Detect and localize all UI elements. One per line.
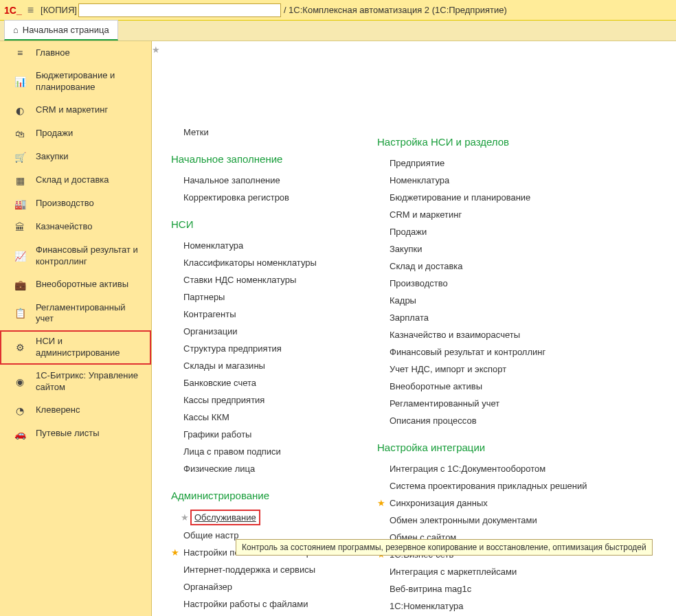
section-settings-nsi: Настройка НСИ и разделов [377, 136, 638, 148]
nav-label: Путевые листы [36, 428, 100, 440]
link-item[interactable]: CRM и маркетинг [377, 206, 638, 223]
nav-icon: 🛍 [14, 128, 26, 139]
database-title-input[interactable] [78, 3, 281, 17]
star-icon: ★ [377, 498, 385, 508]
link-item[interactable]: Казначейство и взаиморасчеты [377, 326, 638, 343]
nav-icon: ◔ [14, 405, 26, 416]
link-item[interactable]: Описания процессов [377, 412, 638, 429]
link-item[interactable]: Кадры [377, 292, 638, 309]
link-item[interactable]: 1С:Номенклатура [377, 597, 638, 615]
link-item[interactable]: Интеграция с маркетплейсами [377, 563, 638, 580]
link-item[interactable]: Предприятие [377, 155, 638, 172]
nav-icon: 🏛 [14, 222, 26, 233]
link-item[interactable]: Организации [171, 323, 350, 340]
link-item[interactable]: Склады и магазины [171, 357, 350, 374]
hover-tooltip: Контроль за состоянием программы, резерв… [236, 539, 653, 556]
nav-label: Бюджетирование и планирование [36, 70, 144, 93]
link-item[interactable]: Внеоборотные активы [377, 378, 638, 395]
column-left: Метки Начальное заполнение Начальное зап… [171, 55, 350, 616]
tab-bar: ⌂ Начальная страница [0, 21, 676, 41]
link-item[interactable]: Контрагенты [171, 306, 350, 323]
sidebar-item-4[interactable]: 🛒Закупки [0, 146, 151, 169]
link-item[interactable]: Номенклатура [377, 172, 638, 189]
link-item[interactable]: Интернет-поддержка и сервисы [171, 561, 350, 578]
nav-icon: 🛒 [14, 152, 26, 163]
app-header: 1C_ ≡ [КОПИЯ] / 1С:Комплексная автоматиз… [0, 0, 676, 21]
link-item[interactable]: Кассы ККМ [171, 409, 350, 426]
logo-1c: 1C_ [4, 5, 22, 16]
link-item[interactable]: Финансовый результат и контроллинг [377, 343, 638, 361]
home-icon: ⌂ [13, 25, 19, 35]
link-item[interactable]: Номенклатура [171, 237, 350, 254]
link-item[interactable]: Структура предприятия [171, 340, 350, 357]
link-item[interactable]: Обмен электронными документами [377, 512, 638, 529]
nav-icon: ▦ [14, 175, 26, 186]
nav-label: Продажи [36, 128, 73, 139]
nav-icon: ⚙ [14, 342, 26, 353]
link-item[interactable]: Настройки работы с файлами [171, 595, 350, 613]
sidebar-item-10[interactable]: 📋Регламентированный учет [0, 297, 151, 331]
link-item[interactable]: Кассы предприятия [171, 391, 350, 409]
link-item[interactable]: Ставки НДС номенклатуры [171, 271, 350, 288]
sidebar-item-7[interactable]: 🏛Казначейство [0, 216, 151, 239]
sidebar-item-11[interactable]: ⚙НСИ и администрирование [0, 330, 151, 365]
link-item[interactable]: Регламентированный учет [377, 395, 638, 412]
link-item[interactable]: Корректировка регистров [171, 189, 350, 206]
nav-icon: 🏭 [14, 198, 26, 209]
link-item[interactable]: ★Синхронизация данных [377, 494, 638, 512]
nav-label: Клеверенс [36, 404, 80, 416]
logo-icon: 1C [4, 5, 16, 16]
link-item[interactable]: Продажи [377, 223, 638, 240]
link-item[interactable]: Лица с правом подписи [171, 443, 350, 460]
tab-home[interactable]: ⌂ Начальная страница [4, 20, 118, 41]
sidebar-item-12[interactable]: ◉1С-Битрикс: Управление сайтом [0, 365, 151, 399]
content-panel: Метки Начальное заполнение Начальное зап… [152, 41, 676, 616]
link-item[interactable]: Графики работы [171, 426, 350, 443]
sidebar-item-5[interactable]: ▦Склад и доставка [0, 169, 151, 192]
link-item[interactable]: Физические лица [171, 460, 350, 477]
sidebar-item-13[interactable]: ◔Клеверенс [0, 399, 151, 422]
nav-icon: 🚗 [14, 429, 26, 440]
link-item[interactable]: Интеграция с 1С:Документооборотом [377, 460, 638, 477]
section-nsi: НСИ [171, 218, 350, 230]
sidebar-item-3[interactable]: 🛍Продажи [0, 122, 151, 146]
nav-label: Закупки [36, 151, 68, 163]
sidebar-item-8[interactable]: 📈Финансовый результат и контроллинг [0, 239, 151, 273]
menu-burger-icon[interactable]: ≡ [27, 4, 34, 16]
link-item[interactable]: Классификаторы номенклатуры [171, 254, 350, 271]
sidebar-item-0[interactable]: ≡Главное [0, 41, 151, 65]
nav-label: Финансовый результат и контроллинг [36, 244, 144, 268]
link-highlighted[interactable]: Обслуживание [192, 511, 259, 524]
sidebar-item-2[interactable]: ◐CRM и маркетинг [0, 99, 151, 122]
sidebar-item-9[interactable]: 💼Внеоборотные активы [0, 273, 151, 297]
link-item[interactable]: Начальное заполнение [171, 172, 350, 189]
link-item[interactable]: Склад и доставка [377, 258, 638, 275]
link-item[interactable]: ★★Обслуживание [181, 511, 350, 524]
sidebar-item-14[interactable]: 🚗Путевые листы [0, 422, 151, 446]
sidebar-item-1[interactable]: 📊Бюджетирование и планирование [0, 65, 151, 99]
nav-icon: 💼 [14, 280, 26, 290]
nav-icon: ◉ [14, 376, 26, 387]
link-item[interactable]: Органайзер [171, 578, 350, 595]
sidebar-item-6[interactable]: 🏭Производство [0, 192, 151, 216]
link-item[interactable]: Партнеры [171, 288, 350, 306]
link-item[interactable]: Бюджетирование и планирование [377, 189, 638, 206]
link-item[interactable]: Веб-витрина mag1c [377, 580, 638, 597]
nav-icon: 📊 [14, 76, 26, 87]
nav-icon: 📋 [14, 308, 26, 319]
nav-label: Внеоборотные активы [36, 279, 128, 290]
window-title: / 1С:Комплексная автоматизация 2 (1С:Пре… [282, 5, 507, 15]
link-metki[interactable]: Метки [183, 124, 350, 141]
link-item[interactable]: Зарплата [377, 309, 638, 326]
link-item[interactable]: ★Печатные формы, отчеты и обработки [171, 613, 350, 616]
link-item[interactable]: Закупки [377, 240, 638, 258]
nav-label: Казначейство [36, 221, 92, 233]
link-item[interactable]: Учет НДС, импорт и экспорт [377, 361, 638, 378]
link-item[interactable]: Банковские счета [171, 374, 350, 391]
section-admin: Администрирование [171, 490, 350, 501]
sidebar: ≡Главное📊Бюджетирование и планирование◐C… [0, 41, 152, 616]
nav-label: CRM и маркетинг [36, 104, 108, 116]
star-icon: ★ [181, 512, 189, 523]
link-item[interactable]: Производство [377, 275, 638, 292]
link-item[interactable]: Система проектирования прикладных решени… [377, 477, 638, 494]
